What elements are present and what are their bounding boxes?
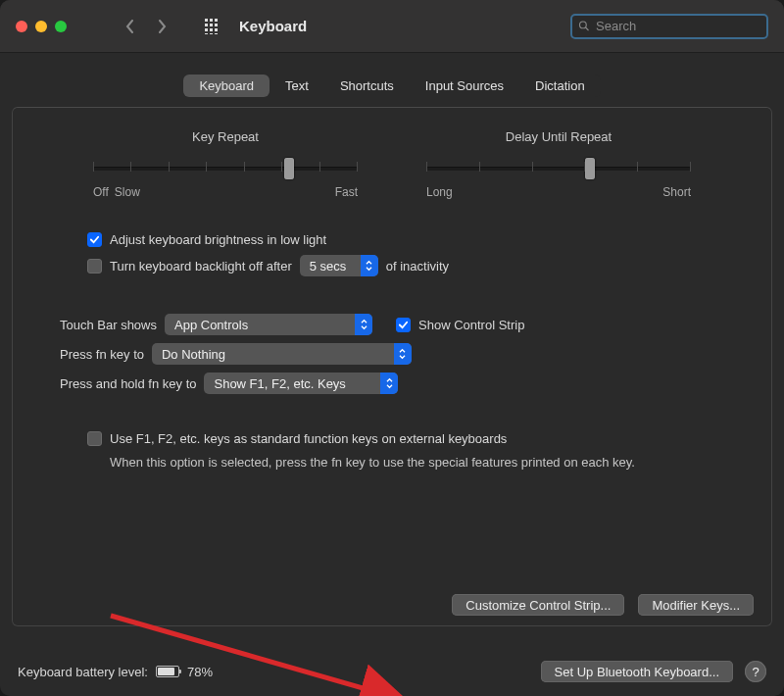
window-title: Keyboard — [239, 18, 307, 34]
modifier-keys-button[interactable]: Modifier Keys... — [638, 594, 754, 616]
battery-label: Keyboard battery level: — [18, 665, 148, 679]
label-show-control-strip: Show Control Strip — [418, 318, 524, 332]
key-repeat-slider[interactable] — [93, 154, 358, 181]
tab-text[interactable]: Text — [270, 75, 324, 97]
select-fn[interactable]: Do Nothing — [152, 343, 412, 365]
select-hold-fn[interactable]: Show F1, F2, etc. Keys — [204, 373, 398, 394]
delay-repeat-long: Long — [426, 185, 453, 199]
checkbox-backlight-off[interactable] — [87, 259, 102, 273]
tab-dictation[interactable]: Dictation — [519, 75, 601, 97]
svg-rect-3 — [205, 24, 208, 26]
tab-shortcuts[interactable]: Shortcuts — [324, 75, 410, 97]
svg-rect-10 — [210, 33, 213, 34]
footer: Keyboard battery level: 78% Set Up Bluet… — [0, 647, 784, 696]
label-inactivity: of inactivity — [386, 259, 449, 273]
row-use-fkeys: Use F1, F2, etc. keys as standard functi… — [87, 431, 754, 446]
label-touchbar: Touch Bar shows — [60, 318, 157, 332]
maximize-button[interactable] — [55, 21, 67, 32]
help-button[interactable]: ? — [745, 661, 766, 682]
delay-repeat-label: Delay Until Repeat — [426, 129, 691, 144]
bluetooth-keyboard-button[interactable]: Set Up Bluetooth Keyboard... — [541, 661, 733, 682]
svg-rect-9 — [205, 33, 208, 34]
search-input[interactable] — [596, 19, 760, 33]
content: Keyboard Text Shortcuts Input Sources Di… — [0, 53, 784, 626]
tab-keyboard[interactable]: Keyboard — [183, 75, 270, 97]
label-fn: Press fn key to — [60, 347, 144, 362]
svg-rect-7 — [210, 28, 213, 31]
tab-input-sources[interactable]: Input Sources — [410, 75, 519, 97]
key-repeat-label: Key Repeat — [93, 129, 358, 144]
label-adjust-brightness: Adjust keyboard brightness in low light — [110, 232, 326, 247]
battery-percent: 78% — [187, 665, 213, 679]
preferences-window: Keyboard Keyboard Text Shortcuts Input S… — [0, 0, 784, 696]
window-controls — [16, 21, 67, 32]
label-backlight-off: Turn keyboard backlight off after — [110, 259, 292, 273]
search-icon — [578, 20, 590, 32]
close-button[interactable] — [16, 21, 27, 32]
row-fn: Press fn key to Do Nothing — [60, 343, 754, 365]
key-repeat-off: Off — [93, 185, 109, 199]
row-backlight-off: Turn keyboard backlight off after 5 secs… — [87, 255, 754, 276]
titlebar: Keyboard — [0, 0, 784, 53]
tab-bar: Keyboard Text Shortcuts Input Sources Di… — [12, 75, 772, 97]
row-hold-fn: Press and hold fn key to Show F1, F2, et… — [60, 373, 754, 394]
forward-button[interactable] — [151, 16, 172, 37]
select-backlight-duration[interactable]: 5 secs — [300, 255, 378, 276]
svg-rect-11 — [215, 33, 218, 34]
delay-repeat-block: Delay Until Repeat Long Short — [426, 129, 691, 199]
delay-repeat-short: Short — [662, 185, 691, 199]
updown-icon — [394, 343, 412, 365]
svg-rect-8 — [215, 28, 218, 31]
updown-icon — [380, 373, 398, 394]
keyboard-panel: Key Repeat OffSlow Fast Delay Until Repe… — [12, 107, 772, 626]
checkmark-icon — [89, 234, 100, 245]
label-use-fkeys: Use F1, F2, etc. keys as standard functi… — [110, 431, 507, 446]
row-touchbar: Touch Bar shows App Controls Show Contro… — [60, 314, 754, 335]
label-hold-fn: Press and hold fn key to — [60, 376, 196, 391]
row-adjust-brightness: Adjust keyboard brightness in low light — [87, 232, 754, 247]
delay-repeat-slider[interactable] — [426, 154, 691, 181]
updown-icon — [361, 255, 378, 276]
customize-control-strip-button[interactable]: Customize Control Strip... — [452, 594, 624, 616]
svg-rect-4 — [210, 24, 213, 26]
show-all-button[interactable] — [202, 16, 223, 37]
updown-icon — [355, 314, 372, 335]
battery-icon — [156, 666, 179, 677]
svg-rect-5 — [215, 24, 218, 26]
checkbox-use-fkeys[interactable] — [87, 431, 102, 446]
svg-line-13 — [586, 27, 589, 30]
svg-rect-6 — [205, 28, 208, 31]
checkmark-icon — [398, 320, 409, 330]
key-repeat-block: Key Repeat OffSlow Fast — [93, 129, 358, 199]
svg-rect-0 — [205, 19, 208, 22]
svg-point-12 — [580, 22, 587, 28]
key-repeat-slow: Slow — [115, 185, 140, 199]
svg-rect-1 — [210, 19, 213, 22]
back-button[interactable] — [120, 16, 141, 37]
select-touchbar[interactable]: App Controls — [165, 314, 372, 335]
key-repeat-fast: Fast — [335, 185, 358, 199]
help-use-fkeys: When this option is selected, press the … — [110, 454, 737, 472]
search-field[interactable] — [570, 14, 768, 39]
checkbox-adjust-brightness[interactable] — [87, 232, 102, 247]
checkbox-show-control-strip[interactable] — [396, 318, 411, 332]
minimize-button[interactable] — [35, 21, 47, 32]
svg-rect-2 — [215, 19, 218, 22]
